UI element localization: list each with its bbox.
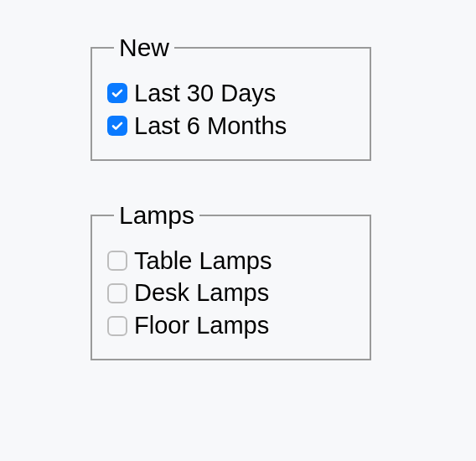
checkbox-label: Last 6 Months — [134, 111, 287, 141]
filter-group-new: New Last 30 Days Last 6 Months — [91, 34, 371, 161]
checkbox-label: Floor Lamps — [134, 311, 269, 340]
checkmark-icon — [111, 119, 124, 132]
checkbox-row[interactable]: Floor Lamps — [107, 311, 354, 340]
checkbox-unchecked[interactable] — [107, 316, 127, 336]
checkmark-icon — [111, 86, 124, 100]
checkbox-unchecked[interactable] — [107, 283, 127, 303]
checkbox-label: Last 30 Days — [134, 79, 276, 108]
checkbox-label: Table Lamps — [134, 246, 272, 276]
filter-group-lamps: Lamps Table Lamps Desk Lamps Floor Lamps — [91, 201, 371, 360]
checkbox-label: Desk Lamps — [134, 278, 269, 308]
checkbox-row[interactable]: Last 6 Months — [107, 111, 354, 141]
checkbox-checked[interactable] — [107, 116, 127, 136]
filter-group-legend: New — [114, 34, 174, 62]
checkbox-unchecked[interactable] — [107, 251, 127, 271]
checkbox-checked[interactable] — [107, 83, 127, 103]
checkbox-row[interactable]: Last 30 Days — [107, 79, 354, 108]
checkbox-row[interactable]: Table Lamps — [107, 246, 354, 276]
filter-group-legend: Lamps — [114, 201, 199, 230]
checkbox-row[interactable]: Desk Lamps — [107, 278, 354, 308]
